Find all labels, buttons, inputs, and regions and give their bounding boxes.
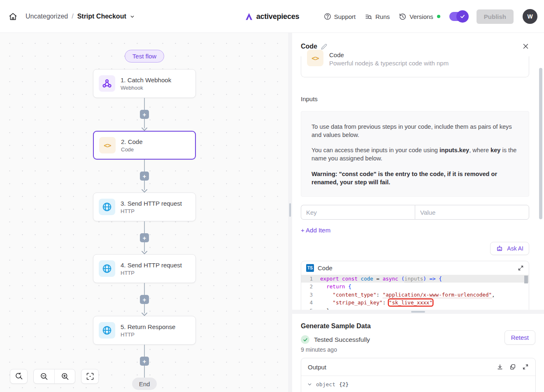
step-card-code[interactable]: <> 2. Code Code: [93, 131, 196, 160]
breadcrumb-flow-name[interactable]: Stript Checkout: [77, 13, 135, 20]
chevron-down-icon[interactable]: [130, 14, 135, 19]
arrow-down-icon: [142, 313, 147, 316]
fit-view-icon: [86, 372, 94, 380]
avatar[interactable]: W: [523, 9, 537, 24]
output-node-count: {2}: [339, 381, 349, 387]
globe-icon: [99, 260, 115, 277]
add-item-link[interactable]: + Add Item: [301, 227, 330, 234]
typescript-badge: TS: [306, 264, 314, 272]
canvas-controls: [10, 369, 99, 384]
info-warning: Warning: "const code" is the entry to th…: [312, 170, 518, 186]
fit-view-button[interactable]: [81, 369, 99, 384]
arrow-down-icon: [142, 251, 147, 254]
resize-grip: [289, 203, 291, 217]
breadcrumb-folder[interactable]: Uncategorized: [26, 13, 68, 20]
code-editor-title: Code: [318, 264, 514, 271]
add-step-button[interactable]: +: [140, 172, 149, 181]
zoom-out-button[interactable]: [34, 369, 54, 383]
home-icon[interactable]: [6, 9, 20, 23]
edit-pencil-icon[interactable]: [321, 44, 327, 50]
versions-status-dot: [437, 15, 440, 18]
arrow-down-icon: [142, 128, 147, 131]
info-paragraph-1: To use data from previous steps in your …: [312, 123, 518, 139]
retest-button[interactable]: Retest: [504, 330, 535, 345]
step-title: 2. Code: [121, 138, 143, 145]
history-icon: [399, 13, 407, 21]
download-icon[interactable]: [497, 364, 503, 370]
connector: +: [93, 345, 196, 378]
code-lines[interactable]: 1export const code = async (inputs) => {…: [301, 275, 529, 310]
globe-icon: [99, 199, 115, 215]
breadcrumb-separator: /: [72, 13, 73, 20]
test-flow-button[interactable]: Test flow: [125, 50, 164, 63]
support-button[interactable]: Support: [324, 13, 356, 20]
piece-subtitle: Powerful nodejs & typescript code with n…: [329, 60, 449, 67]
connector: +: [93, 98, 196, 131]
activepieces-logo: activepieces: [245, 0, 300, 33]
info-paragraph-2: You can access these inputs in your code…: [312, 146, 518, 162]
test-status-text: Tested Successfully: [314, 336, 370, 343]
code-icon: <>: [307, 50, 323, 66]
flow-canvas[interactable]: Test flow 1. Catch Webhook Webhook + <> …: [0, 33, 288, 392]
close-icon: [522, 43, 529, 50]
logo-text: activepieces: [256, 12, 300, 21]
flow-enabled-toggle[interactable]: [449, 12, 467, 21]
versions-button[interactable]: Versions: [399, 13, 440, 21]
sample-data-section: Generate Sample Data Tested Successfully…: [292, 314, 544, 392]
connector: +: [93, 160, 196, 193]
runs-list-search-icon: [365, 13, 372, 21]
add-step-button[interactable]: +: [140, 233, 149, 242]
step-subtitle: Code: [121, 146, 143, 153]
key-input[interactable]: [301, 205, 415, 220]
resize-grip: [411, 311, 425, 313]
panel-title: Code: [301, 43, 317, 50]
step-settings-panel: Code <> Code Powerful nodejs & typescrip…: [292, 33, 544, 392]
piece-title: Code: [329, 51, 449, 58]
add-step-button[interactable]: +: [140, 357, 149, 366]
inputs-section-label: Inputs: [301, 95, 318, 102]
step-title: 3. Send HTTP request: [121, 200, 182, 207]
zoom-in-icon: [61, 372, 69, 380]
output-node-type: object: [316, 381, 335, 387]
copy-icon[interactable]: [509, 364, 516, 370]
code-editor[interactable]: TS Code 1export const code = async (inpu…: [301, 261, 529, 310]
runs-button[interactable]: Runs: [365, 13, 390, 21]
close-panel-button[interactable]: [522, 43, 529, 50]
step-card-return-response[interactable]: 5. Return Response HTTP: [93, 316, 196, 345]
step-title: 4. Send HTTP request: [121, 262, 182, 269]
chevron-down-icon[interactable]: [307, 382, 312, 387]
expand-code-icon[interactable]: [518, 265, 524, 271]
top-header: Uncategorized / Stript Checkout activepi…: [0, 0, 544, 33]
panel-resize-handle-horizontal[interactable]: [292, 310, 544, 314]
publish-button[interactable]: Publish: [477, 9, 514, 24]
panel-resize-handle-vertical[interactable]: [288, 33, 292, 392]
code-editor-header: TS Code: [301, 261, 529, 275]
value-input[interactable]: [415, 205, 529, 220]
output-tree-row[interactable]: object {2}: [301, 376, 535, 392]
generate-sample-data-title: Generate Sample Data: [301, 322, 371, 330]
panel-settings-section: Code <> Code Powerful nodejs & typescrip…: [292, 33, 544, 310]
zoom-in-button[interactable]: [54, 369, 75, 383]
reset-zoom-button[interactable]: [10, 369, 28, 384]
arrow-down-icon: [142, 189, 147, 193]
ask-ai-button[interactable]: Ask AI: [490, 242, 529, 255]
add-step-button[interactable]: +: [140, 295, 149, 304]
toggle-knob: [456, 10, 469, 23]
panel-scrollbar-thumb[interactable]: [539, 68, 542, 219]
step-card-catch-webhook[interactable]: 1. Catch Webhook Webhook: [93, 69, 196, 98]
activepieces-logo-icon: [245, 12, 253, 21]
reset-zoom-icon: [15, 372, 23, 380]
zoom-button-group: [33, 369, 75, 384]
add-step-button[interactable]: +: [140, 110, 149, 119]
webhook-icon: [99, 75, 115, 92]
step-subtitle: Webhook: [121, 85, 171, 91]
step-subtitle: HTTP: [121, 332, 175, 338]
step-subtitle: HTTP: [121, 208, 182, 214]
expand-output-icon[interactable]: [522, 364, 529, 370]
globe-icon: [99, 322, 115, 339]
step-card-http-1[interactable]: 3. Send HTTP request HTTP: [93, 193, 196, 221]
step-card-http-2[interactable]: 4. Send HTTP request HTTP: [93, 254, 196, 283]
editor-scrollbar-thumb[interactable]: [524, 276, 528, 283]
breadcrumb: Uncategorized / Stript Checkout: [26, 13, 135, 20]
test-status-row: Tested Successfully: [301, 335, 370, 344]
